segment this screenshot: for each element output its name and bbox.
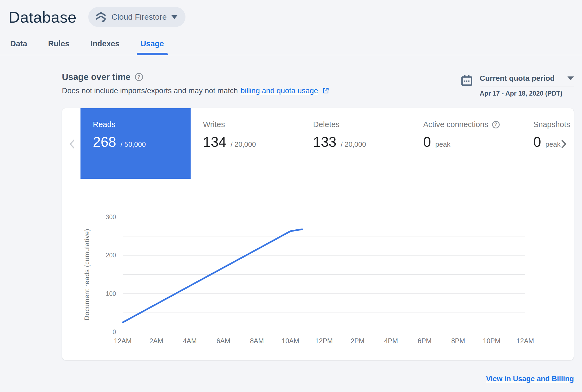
- page: Database Cloud Firestore DataRulesIndexe…: [0, 0, 582, 383]
- cards-scroll-right-button[interactable]: [557, 138, 570, 151]
- tab-usage[interactable]: Usage: [139, 37, 166, 55]
- metric-card-value: 133: [313, 134, 336, 150]
- chevron-down-icon: [171, 15, 177, 19]
- svg-text:4AM: 4AM: [183, 337, 197, 345]
- svg-text:12PM: 12PM: [315, 337, 333, 345]
- metric-card-label: Deletes: [313, 120, 411, 129]
- chevron-down-icon: [567, 76, 574, 80]
- tab-rules[interactable]: Rules: [47, 37, 71, 55]
- section-head: Usage over time ? Does not include impor…: [62, 72, 574, 97]
- svg-text:10AM: 10AM: [282, 337, 299, 345]
- metric-card-reads[interactable]: Reads268/ 50,000: [80, 108, 191, 179]
- svg-text:300: 300: [106, 214, 116, 220]
- page-title: Database: [9, 8, 76, 26]
- metric-card-limit: / 20,000: [231, 140, 256, 149]
- svg-text:0: 0: [113, 328, 116, 335]
- tab-indexes[interactable]: Indexes: [89, 37, 121, 55]
- section-subtitle: Does not include imports/exports and may…: [62, 86, 329, 95]
- tab-data[interactable]: Data: [9, 37, 29, 55]
- metric-card-label: Writes: [203, 120, 301, 129]
- quota-period-selector: Current quota period Apr 17 - Apr 18, 20…: [460, 74, 574, 97]
- svg-text:8AM: 8AM: [250, 337, 264, 345]
- subtitle-text: Does not include imports/exports and may…: [62, 86, 238, 95]
- help-icon[interactable]: ?: [492, 121, 500, 128]
- metric-card-label: Snapshots: [533, 120, 574, 129]
- usage-content: Usage over time ? Does not include impor…: [62, 72, 574, 383]
- metric-card-label: Active connections?: [423, 120, 521, 129]
- metric-card-deletes[interactable]: Deletes133/ 20,000: [301, 108, 411, 179]
- svg-text:200: 200: [106, 252, 116, 259]
- metric-cards-row: Reads268/ 50,000Writes134/ 20,000Deletes…: [80, 108, 574, 179]
- svg-text:100: 100: [106, 290, 116, 297]
- view-usage-billing-link[interactable]: View in Usage and Billing: [486, 375, 574, 383]
- metric-card-writes[interactable]: Writes134/ 20,000: [191, 108, 301, 179]
- cloud-firestore-icon: [95, 11, 107, 23]
- metric-card-value: 134: [203, 134, 226, 150]
- svg-text:2PM: 2PM: [350, 337, 364, 345]
- calendar-icon: [460, 74, 473, 88]
- usage-panel: Reads268/ 50,000Writes134/ 20,000Deletes…: [62, 108, 574, 360]
- svg-text:10PM: 10PM: [483, 337, 500, 345]
- metric-card-limit: peak: [435, 140, 450, 149]
- metric-card-limit: / 50,000: [121, 140, 146, 149]
- usage-help-icon[interactable]: ?: [135, 73, 143, 81]
- metric-card-value: 268: [93, 134, 116, 150]
- svg-text:6PM: 6PM: [418, 337, 432, 345]
- external-link-icon: [322, 87, 329, 94]
- tab-bar: DataRulesIndexesUsage: [0, 37, 582, 55]
- svg-text:Document reads (cumulative): Document reads (cumulative): [83, 229, 90, 320]
- metric-card-value: 0: [423, 134, 431, 150]
- metric-card-limit: / 20,000: [341, 140, 366, 149]
- svg-text:12AM: 12AM: [114, 337, 131, 345]
- product-selector-label: Cloud Firestore: [111, 12, 167, 22]
- section-title: Usage over time: [62, 72, 131, 82]
- svg-text:4PM: 4PM: [384, 337, 398, 345]
- quota-period-range: Apr 17 - Apr 18, 2020 (PDT): [480, 90, 574, 97]
- database-product-selector[interactable]: Cloud Firestore: [88, 7, 185, 27]
- svg-text:2AM: 2AM: [149, 337, 163, 345]
- page-header: Database Cloud Firestore: [0, 0, 582, 27]
- metric-card-value: 0: [533, 134, 541, 150]
- svg-text:12AM: 12AM: [516, 337, 534, 345]
- cards-scroll-left-button[interactable]: [66, 138, 79, 151]
- svg-text:6AM: 6AM: [216, 337, 230, 345]
- section-head-left: Usage over time ? Does not include impor…: [62, 72, 329, 95]
- quota-period-dropdown[interactable]: Current quota period: [480, 74, 574, 86]
- svg-text:8PM: 8PM: [451, 337, 465, 345]
- footer-row: View in Usage and Billing: [62, 375, 574, 383]
- billing-quota-link[interactable]: billing and quota usage: [241, 86, 318, 95]
- metric-card-active-connections[interactable]: Active connections?0peak: [411, 108, 521, 179]
- quota-period-label: Current quota period: [480, 74, 555, 83]
- metric-card-label: Reads: [93, 120, 191, 129]
- usage-line-chart: 010020030012AM2AM4AM6AM8AM10AM12PM2PM4PM…: [62, 200, 566, 352]
